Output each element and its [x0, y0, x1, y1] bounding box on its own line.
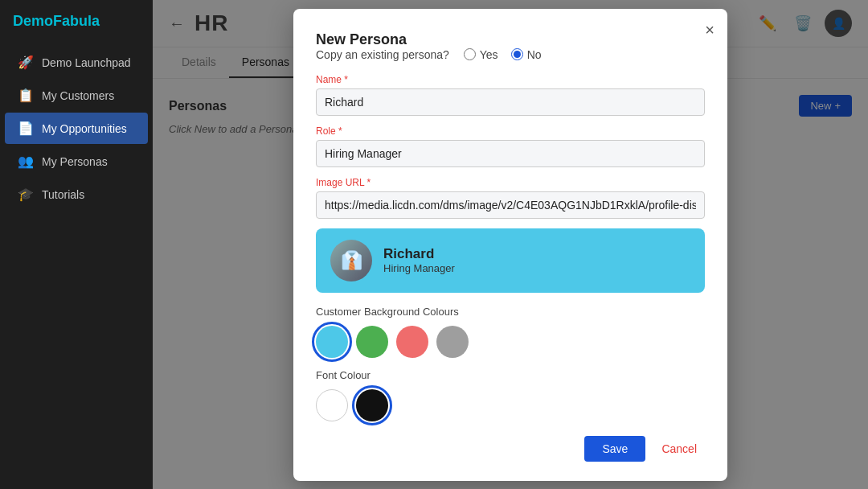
sidebar: DemoFabula 🚀 Demo Launchpad 📋 My Custome… [0, 0, 153, 489]
role-field-group: Role * [316, 125, 705, 167]
tutorials-icon: 🎓 [18, 187, 34, 202]
radio-yes[interactable] [464, 48, 476, 60]
copy-label: Copy an existing persona? [316, 48, 449, 61]
main-content: ← HR ✏️ 🗑️ 👤 Details Personas Personas N… [153, 0, 868, 489]
app-logo: DemoFabula [0, 0, 153, 46]
sidebar-item-demo-launchpad[interactable]: 🚀 Demo Launchpad [5, 47, 148, 78]
font-colour-label: Font Colour [316, 369, 705, 381]
yes-label-text: Yes [480, 48, 498, 61]
sidebar-item-label: Demo Launchpad [42, 56, 131, 69]
copy-row: Copy an existing persona? Yes No [316, 48, 705, 61]
modal-close-button[interactable]: × [705, 22, 714, 38]
sidebar-item-label: Tutorials [42, 188, 84, 201]
sidebar-item-my-personas[interactable]: 👥 My Personas [5, 146, 148, 177]
modal-overlay: New Persona × Copy an existing persona? … [153, 0, 868, 489]
save-button[interactable]: Save [584, 436, 645, 462]
modal-actions: Save Cancel [316, 436, 705, 462]
name-field-group: Name * [316, 74, 705, 116]
bg-colour-circles [316, 326, 705, 358]
sidebar-item-tutorials[interactable]: 🎓 Tutorials [5, 179, 148, 210]
personas-icon: 👥 [18, 154, 34, 169]
name-input[interactable] [316, 88, 705, 116]
preview-card: 👔 Richard Hiring Manager [316, 228, 705, 293]
sidebar-item-my-opportunities[interactable]: 📄 My Opportunities [5, 113, 148, 144]
font-colour-white[interactable] [316, 389, 348, 421]
radio-no-label[interactable]: No [511, 48, 542, 61]
no-label-text: No [527, 48, 542, 61]
image-url-input[interactable] [316, 191, 705, 219]
bg-colour-green[interactable] [356, 326, 388, 358]
bg-colours-label: Customer Background Colours [316, 306, 705, 318]
new-persona-modal: New Persona × Copy an existing persona? … [293, 9, 727, 481]
sidebar-item-label: My Opportunities [42, 122, 127, 135]
radio-yes-label[interactable]: Yes [464, 48, 498, 61]
sidebar-item-label: My Personas [42, 155, 108, 168]
preview-info: Richard Hiring Manager [383, 246, 455, 274]
image-url-label: Image URL * [316, 177, 705, 188]
font-colour-black[interactable] [356, 389, 388, 421]
customers-icon: 📋 [18, 88, 34, 103]
radio-no[interactable] [511, 48, 523, 60]
role-label: Role * [316, 125, 705, 137]
preview-name: Richard [383, 246, 455, 262]
modal-title: New Persona [316, 31, 407, 47]
font-colour-circles [316, 389, 705, 421]
bg-colour-grey[interactable] [436, 326, 469, 358]
rocket-icon: 🚀 [18, 55, 34, 70]
image-url-field-group: Image URL * [316, 177, 705, 219]
name-label: Name * [316, 74, 705, 85]
bg-colour-cyan[interactable] [316, 326, 348, 358]
bg-colour-red[interactable] [396, 326, 428, 358]
sidebar-item-label: My Customers [42, 89, 114, 102]
preview-avatar: 👔 [330, 240, 372, 281]
copy-radio-group: Yes No [464, 48, 542, 61]
role-input[interactable] [316, 140, 705, 167]
opportunities-icon: 📄 [18, 121, 34, 136]
preview-role: Hiring Manager [383, 262, 455, 274]
cancel-button[interactable]: Cancel [653, 436, 705, 462]
preview-avatar-inner: 👔 [330, 240, 372, 281]
sidebar-item-my-customers[interactable]: 📋 My Customers [5, 80, 148, 111]
